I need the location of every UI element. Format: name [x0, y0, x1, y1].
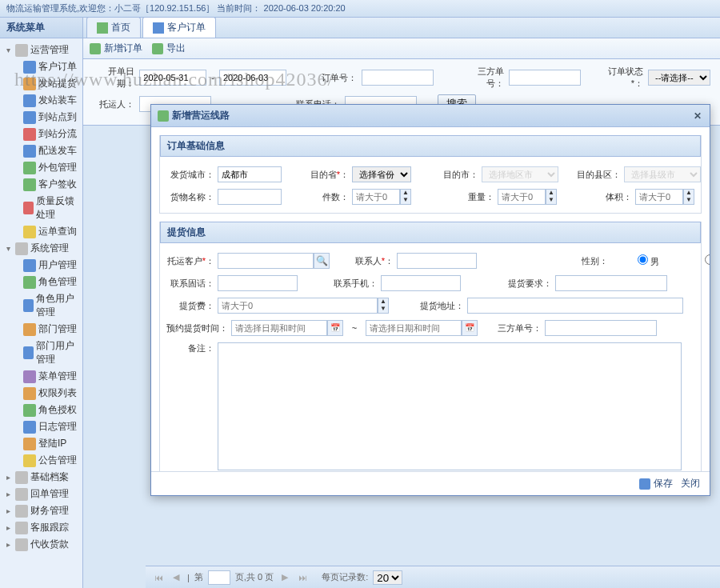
item-icon	[23, 276, 36, 289]
goods-input[interactable]	[218, 189, 282, 205]
calendar-icon[interactable]: 📅	[462, 320, 478, 336]
tree-group-label: 财务管理	[30, 504, 69, 518]
tree-item[interactable]: 质量反馈处理	[0, 193, 82, 223]
chevron-updown-icon[interactable]: ▲▼	[546, 189, 557, 205]
thirdparty-input2[interactable]	[545, 320, 657, 336]
tree-item[interactable]: 部门用户管理	[0, 338, 82, 368]
tree-item[interactable]: 外包管理	[0, 159, 82, 176]
expand-icon[interactable]: ▸	[3, 490, 13, 498]
ship-city-input[interactable]	[218, 166, 282, 182]
tree-item-label: 权限列表	[38, 386, 77, 400]
remark-textarea[interactable]	[218, 342, 682, 470]
last-page-button[interactable]: ⏭	[296, 573, 309, 582]
item-icon	[23, 387, 36, 400]
tree-item[interactable]: 到站点到	[0, 109, 82, 126]
tab-home[interactable]: 首页	[86, 17, 141, 38]
tree-item[interactable]: 发站提货	[0, 75, 82, 92]
tree-item-label: 运单查询	[38, 225, 77, 238]
tree-item[interactable]: 公告管理	[0, 452, 82, 469]
dest-city-select: 选择地区市	[482, 166, 558, 182]
item-icon	[23, 61, 36, 74]
status-select[interactable]: --请选择--	[648, 70, 710, 86]
tree-group[interactable]: ▸基础档案	[0, 469, 82, 486]
dest-prov-select[interactable]: 选择省份	[352, 166, 411, 182]
tel-input[interactable]	[218, 275, 298, 291]
weight-stepper[interactable]: ▲▼	[498, 189, 557, 205]
chevron-updown-icon[interactable]: ▲▼	[683, 189, 694, 205]
fee-stepper[interactable]: ▲▼	[218, 298, 389, 314]
tree-item[interactable]: 菜单管理	[0, 368, 82, 385]
search-icon[interactable]: 🔍	[314, 253, 330, 269]
export-button[interactable]: 导出	[152, 42, 186, 55]
prev-page-button[interactable]: ◀	[170, 572, 182, 582]
tree-item[interactable]: 登陆IP	[0, 435, 82, 452]
volume-stepper[interactable]: ▲▼	[635, 189, 694, 205]
ship-city-label: 发货城市：	[166, 169, 214, 181]
item-icon	[23, 94, 36, 107]
tree-group[interactable]: ▸代收货款	[0, 536, 82, 553]
tab-bar: 首页 客户订单	[83, 18, 720, 38]
tree-group[interactable]: ▸回单管理	[0, 486, 82, 502]
tree-group[interactable]: ▾运营管理	[0, 42, 82, 58]
tree-item[interactable]: 配送发车	[0, 142, 82, 159]
item-icon	[23, 226, 36, 238]
item-icon	[23, 145, 36, 158]
expand-icon[interactable]: ▸	[3, 540, 13, 549]
chevron-updown-icon[interactable]: ▲▼	[378, 298, 389, 314]
tree-item[interactable]: 权限列表	[0, 385, 82, 402]
tree-group[interactable]: ▾系统管理	[0, 240, 82, 257]
close-icon[interactable]: ✕	[692, 110, 703, 122]
tab-orders[interactable]: 客户订单	[142, 17, 216, 38]
schedule-from-datepicker[interactable]: 📅	[231, 320, 343, 336]
tree-item[interactable]: 运单查询	[0, 223, 82, 240]
dest-county-label: 目的县区：	[573, 169, 621, 181]
expand-icon[interactable]: ▸	[3, 473, 13, 482]
expand-icon[interactable]: ▸	[3, 523, 13, 532]
tree-item[interactable]: 用户管理	[0, 257, 82, 274]
item-icon	[23, 421, 36, 434]
toolbar: 新增订单 导出	[83, 38, 720, 59]
addr-input[interactable]	[467, 298, 683, 314]
consignor-lookup[interactable]: 🔍	[218, 253, 330, 269]
tree-group[interactable]: ▸财务管理	[0, 502, 82, 519]
contact-input[interactable]	[397, 253, 477, 269]
req-input[interactable]	[555, 275, 667, 291]
tree-item[interactable]: 客户订单	[0, 58, 82, 75]
chevron-updown-icon[interactable]: ▲▼	[400, 189, 411, 205]
collapse-icon[interactable]: ▾	[3, 46, 13, 54]
tree-item[interactable]: 角色授权	[0, 402, 82, 418]
qty-stepper[interactable]: ▲▼	[352, 189, 411, 205]
export-icon	[152, 43, 163, 54]
tree-item[interactable]: 发站装车	[0, 92, 82, 109]
tree-group[interactable]: ▸客服跟踪	[0, 519, 82, 536]
calendar-icon[interactable]: 📅	[327, 320, 343, 336]
tree-item[interactable]: 到站分流	[0, 126, 82, 142]
close-button[interactable]: 关闭	[681, 477, 700, 490]
next-page-button[interactable]: ▶	[278, 572, 291, 582]
save-button[interactable]: 保存	[639, 477, 673, 490]
item-icon	[23, 202, 34, 214]
gender-female-radio[interactable]: 女	[678, 254, 710, 268]
folder-icon	[15, 488, 28, 501]
tree-item[interactable]: 角色用户管理	[0, 290, 82, 321]
item-icon	[23, 323, 36, 336]
collapse-icon[interactable]: ▾	[3, 244, 13, 253]
tree-item[interactable]: 部门管理	[0, 321, 82, 338]
schedule-to-datepicker[interactable]: 📅	[366, 320, 478, 336]
tree-item-label: 菜单管理	[38, 370, 77, 383]
gender-male-radio[interactable]: 男	[611, 254, 659, 268]
mobile-input[interactable]	[381, 275, 461, 291]
pager: ⏮ ◀ | 第 页,共 0 页 ▶ ⏭ 每页记录数: 20	[146, 566, 720, 588]
thirdparty-input[interactable]	[509, 70, 581, 86]
expand-icon[interactable]: ▸	[3, 506, 13, 515]
tree-item[interactable]: 日志管理	[0, 418, 82, 435]
pagesize-select[interactable]: 20	[373, 570, 402, 585]
date-to-input[interactable]	[219, 70, 286, 86]
tree-item[interactable]: 客户签收	[0, 176, 82, 193]
tree-item[interactable]: 角色管理	[0, 274, 82, 290]
add-order-button[interactable]: 新增订单	[90, 42, 142, 55]
order-no-input[interactable]	[362, 70, 434, 86]
first-page-button[interactable]: ⏮	[152, 573, 165, 582]
page-input[interactable]	[208, 570, 230, 585]
date-from-input[interactable]	[139, 70, 206, 86]
